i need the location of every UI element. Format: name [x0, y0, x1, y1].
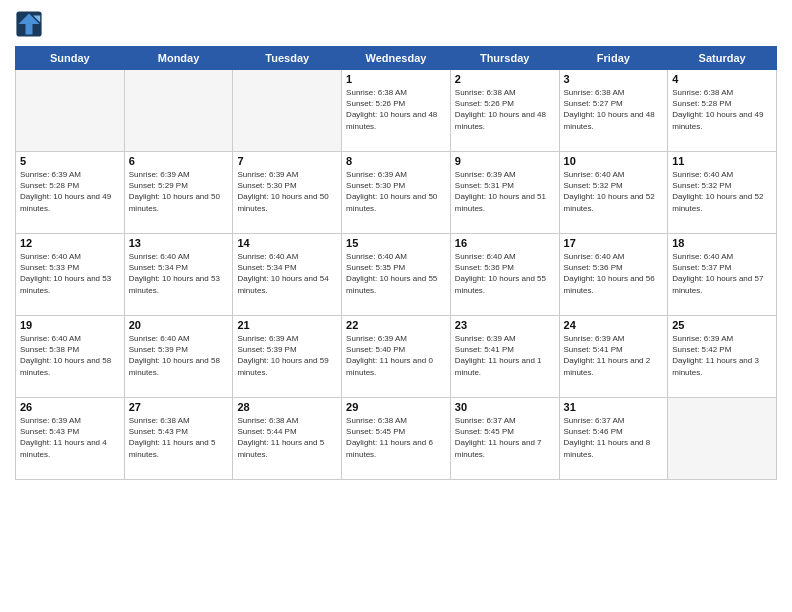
logo [15, 10, 47, 38]
day-number: 19 [20, 319, 120, 331]
day-number: 16 [455, 237, 555, 249]
day-info: Sunrise: 6:38 AM Sunset: 5:28 PM Dayligh… [672, 87, 772, 132]
calendar-cell: 18 Sunrise: 6:40 AM Sunset: 5:37 PM Dayl… [668, 234, 777, 316]
calendar-cell: 3 Sunrise: 6:38 AM Sunset: 5:27 PM Dayli… [559, 70, 668, 152]
calendar-cell: 29 Sunrise: 6:38 AM Sunset: 5:45 PM Dayl… [342, 398, 451, 480]
calendar-cell: 28 Sunrise: 6:38 AM Sunset: 5:44 PM Dayl… [233, 398, 342, 480]
header-saturday: Saturday [668, 47, 777, 70]
day-info: Sunrise: 6:38 AM Sunset: 5:27 PM Dayligh… [564, 87, 664, 132]
day-number: 20 [129, 319, 229, 331]
day-number: 25 [672, 319, 772, 331]
calendar-cell: 9 Sunrise: 6:39 AM Sunset: 5:31 PM Dayli… [450, 152, 559, 234]
logo-icon [15, 10, 43, 38]
calendar-table: Sunday Monday Tuesday Wednesday Thursday… [15, 46, 777, 480]
day-info: Sunrise: 6:40 AM Sunset: 5:36 PM Dayligh… [564, 251, 664, 296]
day-number: 2 [455, 73, 555, 85]
day-number: 11 [672, 155, 772, 167]
day-info: Sunrise: 6:38 AM Sunset: 5:44 PM Dayligh… [237, 415, 337, 460]
day-info: Sunrise: 6:38 AM Sunset: 5:43 PM Dayligh… [129, 415, 229, 460]
day-info: Sunrise: 6:40 AM Sunset: 5:36 PM Dayligh… [455, 251, 555, 296]
calendar-cell: 30 Sunrise: 6:37 AM Sunset: 5:45 PM Dayl… [450, 398, 559, 480]
calendar-cell: 26 Sunrise: 6:39 AM Sunset: 5:43 PM Dayl… [16, 398, 125, 480]
calendar-cell [124, 70, 233, 152]
day-info: Sunrise: 6:40 AM Sunset: 5:32 PM Dayligh… [564, 169, 664, 214]
calendar-week-row: 5 Sunrise: 6:39 AM Sunset: 5:28 PM Dayli… [16, 152, 777, 234]
calendar-cell: 24 Sunrise: 6:39 AM Sunset: 5:41 PM Dayl… [559, 316, 668, 398]
day-number: 12 [20, 237, 120, 249]
day-number: 14 [237, 237, 337, 249]
day-info: Sunrise: 6:38 AM Sunset: 5:45 PM Dayligh… [346, 415, 446, 460]
calendar-cell: 15 Sunrise: 6:40 AM Sunset: 5:35 PM Dayl… [342, 234, 451, 316]
calendar-week-row: 19 Sunrise: 6:40 AM Sunset: 5:38 PM Dayl… [16, 316, 777, 398]
day-info: Sunrise: 6:38 AM Sunset: 5:26 PM Dayligh… [346, 87, 446, 132]
day-info: Sunrise: 6:39 AM Sunset: 5:29 PM Dayligh… [129, 169, 229, 214]
calendar-cell: 16 Sunrise: 6:40 AM Sunset: 5:36 PM Dayl… [450, 234, 559, 316]
calendar-cell: 27 Sunrise: 6:38 AM Sunset: 5:43 PM Dayl… [124, 398, 233, 480]
day-info: Sunrise: 6:39 AM Sunset: 5:31 PM Dayligh… [455, 169, 555, 214]
calendar-cell [668, 398, 777, 480]
calendar-cell: 4 Sunrise: 6:38 AM Sunset: 5:28 PM Dayli… [668, 70, 777, 152]
calendar-cell: 12 Sunrise: 6:40 AM Sunset: 5:33 PM Dayl… [16, 234, 125, 316]
calendar-cell: 5 Sunrise: 6:39 AM Sunset: 5:28 PM Dayli… [16, 152, 125, 234]
day-info: Sunrise: 6:39 AM Sunset: 5:28 PM Dayligh… [20, 169, 120, 214]
day-number: 31 [564, 401, 664, 413]
day-info: Sunrise: 6:40 AM Sunset: 5:35 PM Dayligh… [346, 251, 446, 296]
weekday-header-row: Sunday Monday Tuesday Wednesday Thursday… [16, 47, 777, 70]
day-info: Sunrise: 6:40 AM Sunset: 5:33 PM Dayligh… [20, 251, 120, 296]
day-info: Sunrise: 6:37 AM Sunset: 5:45 PM Dayligh… [455, 415, 555, 460]
day-number: 13 [129, 237, 229, 249]
calendar-cell: 8 Sunrise: 6:39 AM Sunset: 5:30 PM Dayli… [342, 152, 451, 234]
day-number: 4 [672, 73, 772, 85]
day-info: Sunrise: 6:39 AM Sunset: 5:41 PM Dayligh… [455, 333, 555, 378]
day-number: 5 [20, 155, 120, 167]
header [15, 10, 777, 38]
day-info: Sunrise: 6:40 AM Sunset: 5:38 PM Dayligh… [20, 333, 120, 378]
calendar-cell [16, 70, 125, 152]
day-number: 17 [564, 237, 664, 249]
day-info: Sunrise: 6:40 AM Sunset: 5:39 PM Dayligh… [129, 333, 229, 378]
calendar-cell: 1 Sunrise: 6:38 AM Sunset: 5:26 PM Dayli… [342, 70, 451, 152]
day-number: 26 [20, 401, 120, 413]
calendar-week-row: 1 Sunrise: 6:38 AM Sunset: 5:26 PM Dayli… [16, 70, 777, 152]
calendar-cell: 6 Sunrise: 6:39 AM Sunset: 5:29 PM Dayli… [124, 152, 233, 234]
day-number: 15 [346, 237, 446, 249]
header-monday: Monday [124, 47, 233, 70]
day-info: Sunrise: 6:40 AM Sunset: 5:37 PM Dayligh… [672, 251, 772, 296]
header-sunday: Sunday [16, 47, 125, 70]
day-number: 1 [346, 73, 446, 85]
header-wednesday: Wednesday [342, 47, 451, 70]
day-number: 18 [672, 237, 772, 249]
header-thursday: Thursday [450, 47, 559, 70]
calendar-week-row: 12 Sunrise: 6:40 AM Sunset: 5:33 PM Dayl… [16, 234, 777, 316]
day-info: Sunrise: 6:39 AM Sunset: 5:42 PM Dayligh… [672, 333, 772, 378]
day-info: Sunrise: 6:39 AM Sunset: 5:30 PM Dayligh… [346, 169, 446, 214]
day-number: 9 [455, 155, 555, 167]
day-info: Sunrise: 6:39 AM Sunset: 5:41 PM Dayligh… [564, 333, 664, 378]
header-tuesday: Tuesday [233, 47, 342, 70]
day-number: 6 [129, 155, 229, 167]
calendar-cell: 19 Sunrise: 6:40 AM Sunset: 5:38 PM Dayl… [16, 316, 125, 398]
day-info: Sunrise: 6:37 AM Sunset: 5:46 PM Dayligh… [564, 415, 664, 460]
calendar-cell: 31 Sunrise: 6:37 AM Sunset: 5:46 PM Dayl… [559, 398, 668, 480]
day-info: Sunrise: 6:39 AM Sunset: 5:43 PM Dayligh… [20, 415, 120, 460]
day-info: Sunrise: 6:39 AM Sunset: 5:30 PM Dayligh… [237, 169, 337, 214]
calendar-cell [233, 70, 342, 152]
calendar-cell: 20 Sunrise: 6:40 AM Sunset: 5:39 PM Dayl… [124, 316, 233, 398]
calendar-cell: 2 Sunrise: 6:38 AM Sunset: 5:26 PM Dayli… [450, 70, 559, 152]
calendar-cell: 21 Sunrise: 6:39 AM Sunset: 5:39 PM Dayl… [233, 316, 342, 398]
day-info: Sunrise: 6:40 AM Sunset: 5:34 PM Dayligh… [129, 251, 229, 296]
day-number: 29 [346, 401, 446, 413]
day-info: Sunrise: 6:39 AM Sunset: 5:40 PM Dayligh… [346, 333, 446, 378]
day-number: 10 [564, 155, 664, 167]
calendar-cell: 22 Sunrise: 6:39 AM Sunset: 5:40 PM Dayl… [342, 316, 451, 398]
calendar-cell: 11 Sunrise: 6:40 AM Sunset: 5:32 PM Dayl… [668, 152, 777, 234]
day-number: 21 [237, 319, 337, 331]
day-info: Sunrise: 6:39 AM Sunset: 5:39 PM Dayligh… [237, 333, 337, 378]
day-number: 30 [455, 401, 555, 413]
calendar-cell: 25 Sunrise: 6:39 AM Sunset: 5:42 PM Dayl… [668, 316, 777, 398]
day-number: 8 [346, 155, 446, 167]
calendar-cell: 23 Sunrise: 6:39 AM Sunset: 5:41 PM Dayl… [450, 316, 559, 398]
calendar-week-row: 26 Sunrise: 6:39 AM Sunset: 5:43 PM Dayl… [16, 398, 777, 480]
header-friday: Friday [559, 47, 668, 70]
calendar-cell: 7 Sunrise: 6:39 AM Sunset: 5:30 PM Dayli… [233, 152, 342, 234]
